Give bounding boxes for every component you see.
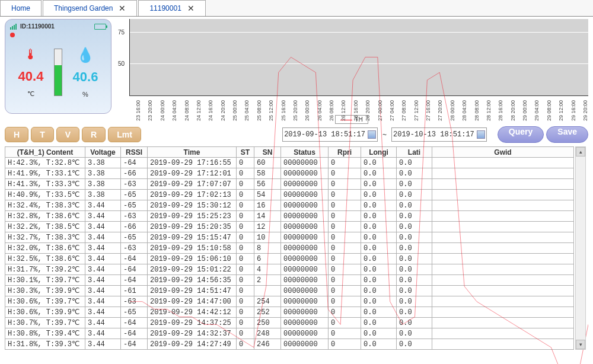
cell: 3.38	[85, 168, 121, 179]
humidity-value: 40.6	[65, 69, 106, 85]
level-gauge	[54, 49, 62, 96]
cell: 3.38	[85, 158, 121, 168]
x-tick: 29 08:00	[546, 97, 552, 121]
humidity-unit: %	[65, 91, 106, 98]
cell: 3.44	[85, 200, 121, 211]
x-tick: 24 20:00	[220, 97, 226, 121]
cell: 3.44	[85, 254, 121, 264]
col-header[interactable]: (T&H_1) Content	[5, 147, 85, 158]
cell: H:30.6%, T:39.9℃	[5, 307, 85, 318]
x-tick: 28 16:00	[498, 97, 503, 121]
device-id: ID:11190001	[20, 23, 94, 30]
cell: 3.38	[85, 179, 121, 190]
cell: 3.44	[85, 318, 121, 328]
x-tick: 27 12:00	[413, 97, 419, 121]
droplet-icon: 💧	[65, 47, 106, 63]
x-tick: 27 08:00	[401, 97, 407, 121]
x-tick: 29 04:00	[534, 97, 540, 121]
r-button[interactable]: R	[82, 127, 106, 142]
tab-label: 11190001	[149, 4, 181, 12]
temperature-unit: ℃	[10, 90, 52, 98]
x-tick: 27 04:00	[389, 97, 395, 121]
scroll-down-button[interactable]: ▾	[576, 340, 585, 349]
cell: 3.44	[85, 339, 121, 350]
cell: 3.44	[85, 264, 121, 275]
x-tick: 29 20:00	[582, 97, 588, 121]
chart-panel: 5075 23 16:0023 20:0024 00:0024 04:0024 …	[115, 19, 588, 123]
x-tick: 24 00:00	[160, 97, 165, 121]
cell: H:32.7%, T:38.3℃	[5, 232, 85, 243]
cell: H:32.8%, T:38.6℃	[5, 211, 85, 222]
cell: H:30.1%, T:39.7℃	[5, 275, 85, 286]
x-tick: 25 04:00	[244, 97, 250, 121]
battery-icon	[94, 24, 106, 30]
x-tick: 24 16:00	[208, 97, 213, 121]
x-tick: 27 00:00	[377, 97, 383, 121]
scroll-up-button[interactable]: ▴	[576, 147, 585, 157]
cell: 3.44	[85, 222, 121, 232]
x-tick: 23 20:00	[147, 97, 153, 121]
tab-11190001[interactable]: 11190001✕	[138, 0, 205, 16]
tab-home[interactable]: Home	[0, 0, 42, 16]
cell: H:30.8%, T:39.4℃	[5, 328, 85, 339]
tab-bar: HomeThingsend Garden✕11190001✕	[0, 0, 593, 17]
tab-label: Home	[11, 4, 30, 12]
y-tick: 50	[118, 60, 125, 67]
chart-plot[interactable]: 5075	[129, 19, 588, 96]
y-tick: 75	[118, 28, 125, 35]
x-tick: 25 20:00	[292, 97, 298, 121]
x-tick: 28 00:00	[449, 97, 455, 121]
cell: 3.44	[85, 286, 121, 296]
cell: H:42.3%, T:32.8℃	[5, 158, 85, 168]
x-tick: 26 08:00	[329, 97, 334, 121]
col-header[interactable]: Voltage	[85, 147, 121, 158]
cell: 3.44	[85, 275, 121, 286]
vertical-scrollbar[interactable]: ▴ ▾	[575, 146, 586, 350]
x-tick: 29 00:00	[522, 97, 528, 121]
x-tick: 24 12:00	[196, 97, 202, 121]
x-tick: 29 12:00	[558, 97, 564, 121]
x-tick: 26 00:00	[304, 97, 310, 121]
cell: H:31.8%, T:39.3℃	[5, 339, 85, 350]
x-tick: 27 16:00	[425, 97, 431, 121]
tab-label: Thingsend Garden	[54, 4, 113, 12]
x-tick: 29 16:00	[570, 97, 576, 121]
x-tick: 24 08:00	[184, 97, 190, 121]
t-button[interactable]: T	[31, 127, 54, 142]
x-tick: 26 16:00	[353, 97, 359, 121]
tab-thingsend-garden[interactable]: Thingsend Garden✕	[43, 0, 137, 16]
cell: 3.44	[85, 307, 121, 318]
cell: H:41.3%, T:33.3℃	[5, 179, 85, 190]
cell: H:30.6%, T:39.7℃	[5, 296, 85, 307]
x-tick: 28 08:00	[474, 97, 480, 121]
cell: H:30.7%, T:39.7℃	[5, 318, 85, 328]
cell: H:32.0%, T:38.6℃	[5, 243, 85, 254]
x-tick: 24 04:00	[171, 97, 177, 121]
temperature-value: 40.4	[10, 69, 52, 84]
x-tick: 25 12:00	[268, 97, 274, 121]
x-tick: 25 00:00	[232, 97, 238, 121]
cell: H:40.9%, T:33.5℃	[5, 190, 85, 200]
cell: H:31.7%, T:39.2℃	[5, 264, 85, 275]
cell: 3.44	[85, 211, 121, 222]
thermometer-icon: 🌡	[10, 46, 52, 63]
cell: H:32.2%, T:38.5℃	[5, 222, 85, 232]
x-tick: 26 04:00	[317, 97, 323, 121]
v-button[interactable]: V	[56, 127, 79, 142]
record-indicator-icon	[10, 33, 15, 37]
x-tick: 25 16:00	[280, 97, 286, 121]
x-tick: 28 12:00	[486, 97, 492, 121]
h-button[interactable]: H	[5, 127, 28, 142]
signal-icon	[10, 24, 17, 30]
cell: H:32.4%, T:38.3℃	[5, 200, 85, 211]
cell: 3.44	[85, 328, 121, 339]
device-card: ID:11190001 🌡 40.4 ℃ 💧 40.6 %	[5, 19, 111, 114]
cell: 3.44	[85, 243, 121, 254]
x-tick: 25 08:00	[256, 97, 262, 121]
cell: H:30.3%, T:39.9℃	[5, 286, 85, 296]
cell: H:32.5%, T:38.6℃	[5, 254, 85, 264]
x-tick: 23 16:00	[135, 97, 141, 121]
close-icon[interactable]: ✕	[119, 4, 126, 13]
cell: 3.44	[85, 296, 121, 307]
close-icon[interactable]: ✕	[187, 4, 195, 13]
